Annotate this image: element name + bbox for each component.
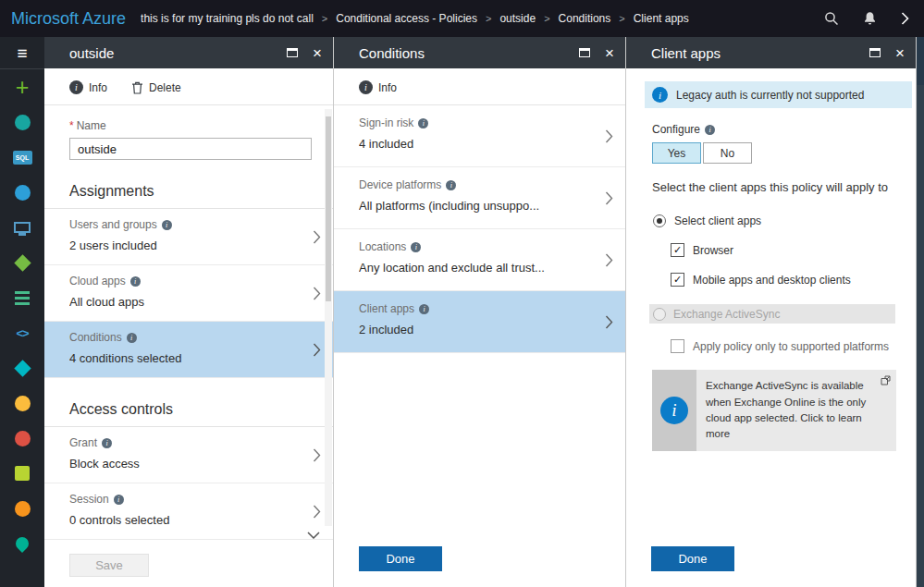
info-button[interactable]: i Info [359, 80, 397, 94]
sidebar-item-sql-databases[interactable]: SQL [0, 140, 44, 175]
yes-toggle-button[interactable]: Yes [652, 142, 701, 164]
info-icon: i [127, 333, 137, 343]
row-value: 4 included [359, 137, 590, 151]
sidebar-item-virtual-machines[interactable] [0, 210, 44, 245]
sidebar-item-help-support[interactable] [0, 526, 44, 561]
row-session[interactable]: Session i 0 controls selected [44, 483, 333, 540]
breadcrumb-item-policies[interactable]: Conditional access - Policies [336, 12, 477, 25]
radio-disabled-icon [653, 308, 666, 321]
sidebar-item-storage-accounts[interactable] [0, 280, 44, 315]
scrollbar-thumb[interactable] [326, 116, 331, 301]
breadcrumb-separator: > [486, 13, 491, 24]
row-label: Sign-in risk [359, 116, 413, 129]
row-grant[interactable]: Grant i Block access [44, 427, 333, 483]
maximize-icon[interactable] [869, 48, 881, 57]
sidebar-item-cosmos-db[interactable] [0, 175, 44, 210]
app-services-icon [14, 360, 31, 376]
blade-client-apps-body: i Legacy auth is currently not supported… [626, 68, 916, 587]
name-input[interactable] [69, 138, 312, 160]
client-apps-description: Select the client apps this policy will … [652, 180, 916, 195]
close-icon[interactable]: × [895, 45, 905, 61]
info-icon: i [359, 80, 373, 94]
row-value: All cloud apps [69, 295, 298, 309]
chevron-right-icon [605, 129, 613, 143]
sidebar-item-app-services[interactable] [0, 350, 44, 385]
checkbox-label: Apply policy only to supported platforms [693, 340, 889, 353]
info-label: Info [378, 81, 397, 94]
row-users-and-groups[interactable]: Users and groups i 2 users included [44, 209, 333, 265]
chevron-right-icon [313, 505, 321, 519]
info-icon: i [419, 304, 429, 314]
maximize-icon[interactable] [287, 48, 298, 57]
info-button[interactable]: i Info [69, 80, 107, 94]
azure-logo[interactable]: Microsoft Azure [0, 9, 141, 29]
row-device-platforms[interactable]: Device platforms i All platforms (includ… [334, 167, 625, 229]
done-button[interactable]: Done [651, 546, 734, 571]
required-asterisk: * [69, 119, 74, 132]
row-value: Any location and exclude all trust... [359, 261, 590, 275]
blade-conditions: Conditions × i Info Sign-in risk i 4 inc… [334, 37, 626, 587]
row-conditions[interactable]: Conditions i 4 conditions selected [44, 322, 333, 378]
row-sign-in-risk[interactable]: Sign-in risk i 4 included [334, 105, 625, 167]
breadcrumb-separator: > [619, 13, 624, 24]
chevron-right-icon[interactable] [901, 12, 909, 25]
storage-accounts-icon [15, 297, 30, 300]
info-box-icon-column: i [652, 370, 696, 451]
info-icon: i [411, 242, 421, 252]
no-toggle-button[interactable]: No [703, 142, 752, 164]
chevron-right-icon [605, 253, 613, 267]
create-resource-button[interactable]: + [0, 69, 44, 104]
chevron-right-icon [605, 191, 613, 205]
configure-label: Configure [652, 123, 700, 136]
radio-label: Exchange ActiveSync [673, 308, 780, 321]
sidebar-item-resource-groups[interactable] [0, 245, 44, 280]
delete-button[interactable]: Delete [131, 81, 181, 94]
hamburger-menu-button[interactable]: ≡ [0, 37, 44, 69]
info-box-text[interactable]: Exchange ActiveSync is available when Ex… [696, 370, 896, 451]
sidebar-item-monitor[interactable] [0, 421, 44, 456]
chevron-right-icon [605, 315, 613, 329]
sidebar-item-cost-management[interactable] [0, 491, 44, 526]
sidebar-item-security-center[interactable] [0, 456, 44, 491]
blade-title: Conditions [359, 45, 579, 61]
select-client-apps-radio[interactable]: Select client apps [653, 214, 916, 227]
assignments-heading: Assignments [44, 160, 333, 209]
row-label: Grant [69, 436, 97, 449]
row-client-apps[interactable]: Client apps i 2 included [334, 291, 625, 353]
blade-outside: outside × i Info Delete *Name A [44, 37, 334, 587]
checkbox-mobile-desktop[interactable]: ✓ Mobile apps and desktop clients [671, 273, 916, 287]
info-icon: i [69, 80, 83, 94]
sidebar-item-advisor[interactable] [0, 385, 44, 421]
scrollbar-track[interactable] [325, 109, 332, 526]
left-nav: ≡ + SQL <> [0, 37, 44, 587]
breadcrumb-item-outside[interactable]: outside [499, 12, 536, 25]
close-icon[interactable]: × [313, 45, 322, 61]
sidebar-item-virtual-networks[interactable]: <> [0, 315, 44, 350]
scroll-down-icon[interactable] [307, 532, 320, 539]
search-icon[interactable] [824, 11, 839, 26]
checkbox-checked-icon[interactable]: ✓ [671, 273, 684, 287]
top-bar: Microsoft Azure this is for my training … [0, 0, 924, 37]
checkbox-checked-icon[interactable]: ✓ [671, 243, 684, 257]
hamburger-menu-icon: ≡ [17, 44, 27, 62]
blade-title: Client apps [651, 45, 869, 61]
done-button[interactable]: Done [359, 546, 442, 571]
breadcrumb-item-client-apps[interactable]: Client apps [634, 12, 689, 25]
external-link-icon[interactable] [881, 375, 891, 385]
close-icon[interactable]: × [605, 45, 614, 61]
checkbox-browser[interactable]: ✓ Browser [671, 243, 916, 257]
notifications-bell-icon[interactable] [863, 11, 877, 26]
sidebar-item-key-vault[interactable] [0, 104, 44, 140]
azure-portal: Microsoft Azure this is for my training … [0, 0, 924, 587]
radio-selected-icon[interactable] [653, 214, 666, 227]
breadcrumb-separator: > [322, 13, 327, 24]
maximize-icon[interactable] [579, 48, 590, 57]
row-locations[interactable]: Locations i Any location and exclude all… [334, 229, 625, 291]
save-button[interactable]: Save [69, 554, 149, 577]
info-icon: i [660, 397, 688, 424]
breadcrumb-item-directory[interactable]: this is for my training pls do not call [141, 12, 314, 25]
row-label: Device platforms [359, 178, 441, 191]
next-blade-edge[interactable] [917, 37, 924, 587]
row-cloud-apps[interactable]: Cloud apps i All cloud apps [44, 265, 333, 322]
breadcrumb-item-conditions[interactable]: Conditions [559, 12, 611, 25]
